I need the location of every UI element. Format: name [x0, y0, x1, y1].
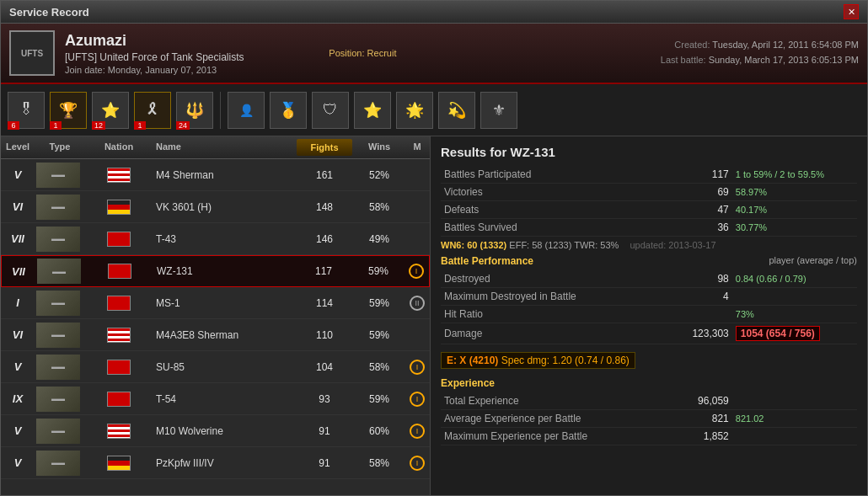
tank-name: M4A3E8 Sherman [153, 328, 295, 343]
position-info: Position: Recruit [329, 48, 396, 58]
exp-value-avg: 821 [670, 410, 732, 428]
medal-icon-11: 💫 [438, 92, 475, 129]
tank-image: ▬▬ [35, 353, 85, 381]
tank-row[interactable]: IX ▬▬ T-54 93 59% I [1, 383, 430, 415]
tank-row[interactable]: V ▬▬ M10 Wolverine 91 60% I [1, 415, 430, 447]
created-date: Tuesday, April 12, 2011 6:54:08 PM [712, 40, 859, 50]
tank-mastery: I [405, 454, 430, 472]
medal-icon-10: 🌟 [396, 92, 433, 129]
close-button[interactable]: ✕ [844, 4, 859, 19]
player-info-bar: UFTS Azumazi [UFTS] United Force of Tank… [1, 24, 867, 84]
medal-count-1: 6 [8, 121, 19, 130]
tank-row[interactable]: V ▬▬ SU-85 104 58% I [1, 351, 430, 383]
medal-5: 🔱 24 [176, 92, 213, 129]
service-record-window: Service Record ✕ UFTS Azumazi [UFTS] Uni… [0, 0, 868, 496]
tank-row[interactable]: VII ▬▬ WZ-131 117 59% I [1, 255, 430, 287]
perf-extra-max-destroyed [732, 288, 857, 306]
tank-fights: 114 [295, 296, 354, 311]
stat-value-battles: 117 [670, 166, 732, 184]
tank-level: VII [1, 231, 35, 247]
tank-name: VK 3601 (H) [153, 200, 295, 215]
spec-dmg: Spec dmg: 1.20 (0.74 / 0.86) [501, 355, 630, 366]
medal-icon-12: ⚜ [480, 92, 517, 129]
medal-9: ⭐ [354, 92, 391, 129]
main-content: Level Type Nation Name Fights Wins M V ▬… [1, 136, 867, 495]
perf-extra-hit-ratio: 73% [732, 306, 857, 323]
tank-image: ▬▬ [35, 225, 85, 253]
exp-highlight: E: X (4210) [447, 355, 498, 366]
medal-icon-9: ⭐ [354, 92, 391, 129]
perf-label-destroyed: Destroyed [441, 270, 670, 288]
tank-wins: 49% [354, 232, 405, 247]
join-date: Join date: Monday, January 07, 2013 [65, 65, 329, 75]
tank-fights: 91 [295, 456, 354, 471]
perf-value-damage: 123,303 [670, 323, 732, 344]
tank-nation [85, 422, 153, 440]
perf-value-max-destroyed: 4 [670, 288, 732, 306]
exp-extra-max [732, 428, 857, 445]
results-title: Results for WZ-131 [441, 145, 857, 159]
battle-performance-label: Battle Performance [441, 255, 533, 267]
last-battle-date: Sunday, March 17, 2013 6:05:13 PM [709, 55, 859, 65]
tank-row[interactable]: VI ▬▬ M4A3E8 Sherman 110 59% [1, 319, 430, 351]
col-nation: Nation [85, 138, 153, 157]
twr-value: TWR: 53% [574, 240, 619, 250]
exp-value-max: 1,852 [670, 428, 732, 445]
col-mastery: M [405, 138, 430, 157]
perf-label-hit-ratio: Hit Ratio [441, 306, 670, 323]
tank-image: ▬▬ [35, 385, 85, 413]
clan-badge: UFTS [9, 30, 55, 76]
tank-row[interactable]: I ▬▬ MS-1 114 59% II [1, 287, 430, 319]
wn6-value: WN6: 60 (1332) [441, 240, 506, 250]
tank-row[interactable]: V ▬▬ M4 Sherman 161 52% [1, 159, 430, 191]
created-label: Created: [674, 40, 710, 50]
tank-name: T-43 [153, 232, 295, 247]
tank-row[interactable]: V ▬▬ PzKpfw III/IV 91 58% I [1, 447, 430, 479]
tank-level: VII [2, 264, 35, 280]
col-fights: Fights [297, 139, 352, 156]
tank-mastery [405, 333, 430, 337]
medal-6: 👤 [228, 92, 265, 129]
col-wins: Wins [354, 138, 405, 157]
position-label: Position: [329, 48, 364, 58]
stat-label-defeats: Defeats [441, 201, 670, 219]
tank-row[interactable]: VI ▬▬ VK 3601 (H) 148 58% [1, 191, 430, 223]
tank-image: ▬▬ [35, 449, 85, 477]
last-battle-label: Last battle: [661, 55, 706, 65]
tank-mastery: II [405, 294, 430, 312]
medal-8: 🛡 [312, 92, 349, 129]
perf-row-destroyed: Destroyed 98 0.84 (0.66 / 0.79) [441, 270, 857, 288]
tank-nation [85, 294, 153, 312]
perf-row-hit-ratio: Hit Ratio 73% [441, 306, 857, 323]
medal-11: 💫 [438, 92, 475, 129]
tank-fights: 146 [295, 232, 354, 247]
stat-label-victories: Victories [441, 184, 670, 201]
medal-count-3: 12 [92, 121, 105, 130]
player-details: Azumazi [UFTS] United Force of Tank Spec… [65, 32, 329, 75]
tank-level: V [1, 167, 35, 183]
tank-row[interactable]: VII ▬▬ T-43 146 49% [1, 223, 430, 255]
stat-row-defeats: Defeats 47 40.17% [441, 201, 857, 219]
tank-mastery [405, 173, 430, 177]
tank-level: V [1, 359, 35, 375]
medal-1: 🎖 6 [8, 92, 45, 129]
tank-nation [85, 454, 153, 472]
experience-table: Total Experience 96,059 Average Experien… [441, 392, 857, 445]
tank-table-header: Level Type Nation Name Fights Wins M [1, 136, 430, 159]
results-panel: Results for WZ-131 Battles Participated … [431, 136, 867, 495]
window-title: Service Record [9, 6, 89, 19]
tank-nation [85, 230, 153, 248]
col-name: Name [153, 138, 295, 157]
medal-2: 🏆 1 [50, 92, 87, 129]
player-name: Azumazi [65, 32, 329, 50]
tank-fights: 161 [295, 168, 354, 183]
tank-fights: 110 [295, 328, 354, 343]
exp-row-total: Total Experience 96,059 [441, 392, 857, 410]
tank-name: PzKpfw III/IV [153, 456, 295, 471]
tank-mastery: I [405, 390, 430, 408]
medals-row: 🎖 6 🏆 1 ⭐ 12 🎗 1 🔱 24 👤 🥇 🛡 ⭐ [1, 84, 867, 136]
tank-list[interactable]: V ▬▬ M4 Sherman 161 52% VI ▬▬ VK 3601 (H… [1, 159, 430, 495]
tank-fights: 91 [295, 424, 354, 439]
stat-value-victories: 69 [670, 184, 732, 201]
perf-label-max-destroyed: Maximum Destroyed in Battle [441, 288, 670, 306]
